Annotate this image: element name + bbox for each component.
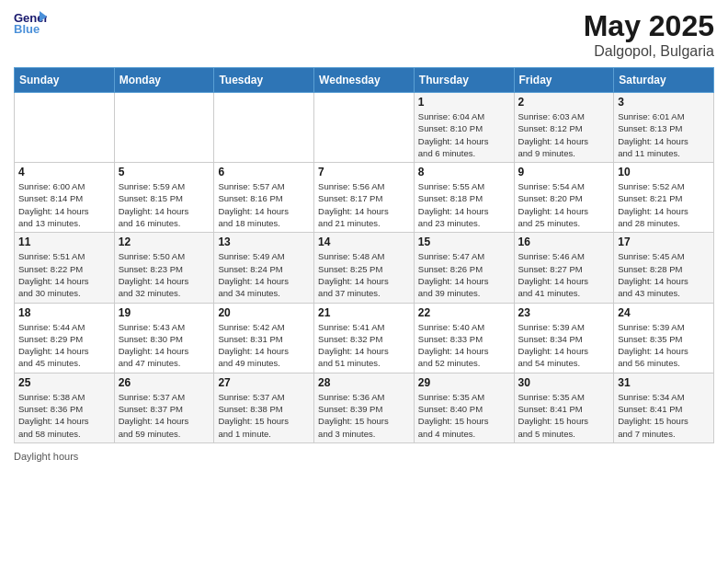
logo: General Blue — [14, 9, 47, 35]
day-info: Sunrise: 5:57 AM Sunset: 8:16 PM Dayligh… — [218, 180, 310, 229]
day-info: Sunrise: 5:41 AM Sunset: 8:32 PM Dayligh… — [318, 321, 410, 370]
day-number: 20 — [218, 306, 310, 319]
calendar-cell: 17Sunrise: 5:45 AM Sunset: 8:28 PM Dayli… — [614, 233, 714, 303]
main-title: May 2025 — [584, 9, 714, 43]
subtitle: Dalgopol, Bulgaria — [584, 43, 714, 60]
page: General Blue May 2025 Dalgopol, Bulgaria… — [0, 0, 728, 563]
calendar-week-row: 18Sunrise: 5:44 AM Sunset: 8:29 PM Dayli… — [15, 303, 714, 373]
header: General Blue May 2025 Dalgopol, Bulgaria — [14, 9, 714, 60]
calendar-cell: 14Sunrise: 5:48 AM Sunset: 8:25 PM Dayli… — [314, 233, 415, 303]
calendar-cell: 30Sunrise: 5:35 AM Sunset: 8:41 PM Dayli… — [514, 373, 614, 442]
day-number: 5 — [119, 166, 210, 178]
calendar-cell: 1Sunrise: 6:04 AM Sunset: 8:10 PM Daylig… — [414, 93, 514, 163]
day-number: 30 — [518, 376, 610, 389]
day-info: Sunrise: 6:01 AM Sunset: 8:13 PM Dayligh… — [618, 110, 710, 159]
calendar-cell — [314, 93, 415, 163]
day-number: 22 — [418, 306, 510, 319]
calendar-cell: 16Sunrise: 5:46 AM Sunset: 8:27 PM Dayli… — [514, 233, 614, 303]
calendar-cell: 19Sunrise: 5:43 AM Sunset: 8:30 PM Dayli… — [114, 303, 214, 373]
calendar-cell: 18Sunrise: 5:44 AM Sunset: 8:29 PM Dayli… — [15, 303, 115, 373]
day-number: 16 — [518, 236, 610, 248]
calendar-cell: 13Sunrise: 5:49 AM Sunset: 8:24 PM Dayli… — [214, 233, 314, 303]
day-info: Sunrise: 5:48 AM Sunset: 8:25 PM Dayligh… — [318, 250, 410, 299]
footer: Daylight hours — [14, 451, 714, 462]
day-info: Sunrise: 5:55 AM Sunset: 8:18 PM Dayligh… — [418, 180, 510, 229]
day-info: Sunrise: 5:39 AM Sunset: 8:35 PM Dayligh… — [618, 321, 710, 370]
calendar-cell: 2Sunrise: 6:03 AM Sunset: 8:12 PM Daylig… — [514, 93, 614, 163]
day-info: Sunrise: 5:45 AM Sunset: 8:28 PM Dayligh… — [618, 250, 710, 299]
day-number: 17 — [618, 236, 710, 248]
day-number: 9 — [518, 166, 610, 178]
day-number: 23 — [518, 306, 610, 319]
day-info: Sunrise: 5:35 AM Sunset: 8:40 PM Dayligh… — [418, 391, 510, 440]
day-info: Sunrise: 5:39 AM Sunset: 8:34 PM Dayligh… — [518, 321, 610, 370]
calendar-cell: 23Sunrise: 5:39 AM Sunset: 8:34 PM Dayli… — [514, 303, 614, 373]
day-info: Sunrise: 6:03 AM Sunset: 8:12 PM Dayligh… — [518, 110, 610, 159]
day-info: Sunrise: 5:34 AM Sunset: 8:41 PM Dayligh… — [618, 391, 710, 440]
calendar-cell: 9Sunrise: 5:54 AM Sunset: 8:20 PM Daylig… — [514, 163, 614, 233]
calendar-cell: 3Sunrise: 6:01 AM Sunset: 8:13 PM Daylig… — [614, 93, 714, 163]
calendar-cell: 29Sunrise: 5:35 AM Sunset: 8:40 PM Dayli… — [414, 373, 514, 442]
day-info: Sunrise: 5:40 AM Sunset: 8:33 PM Dayligh… — [418, 321, 510, 370]
logo-icon: General Blue — [14, 9, 47, 35]
day-number: 29 — [418, 376, 510, 389]
day-info: Sunrise: 5:44 AM Sunset: 8:29 PM Dayligh… — [18, 321, 110, 370]
day-number: 4 — [18, 166, 110, 178]
day-number: 27 — [218, 376, 310, 389]
day-info: Sunrise: 5:38 AM Sunset: 8:36 PM Dayligh… — [18, 391, 110, 440]
day-number: 24 — [618, 306, 710, 319]
day-info: Sunrise: 5:47 AM Sunset: 8:26 PM Dayligh… — [418, 250, 510, 299]
calendar-cell: 6Sunrise: 5:57 AM Sunset: 8:16 PM Daylig… — [214, 163, 314, 233]
day-info: Sunrise: 5:46 AM Sunset: 8:27 PM Dayligh… — [518, 250, 610, 299]
calendar-week-row: 1Sunrise: 6:04 AM Sunset: 8:10 PM Daylig… — [15, 93, 714, 163]
calendar-cell: 8Sunrise: 5:55 AM Sunset: 8:18 PM Daylig… — [414, 163, 514, 233]
calendar-cell: 5Sunrise: 5:59 AM Sunset: 8:15 PM Daylig… — [114, 163, 214, 233]
day-info: Sunrise: 5:35 AM Sunset: 8:41 PM Dayligh… — [518, 391, 610, 440]
day-info: Sunrise: 5:52 AM Sunset: 8:21 PM Dayligh… — [618, 180, 710, 229]
day-info: Sunrise: 6:04 AM Sunset: 8:10 PM Dayligh… — [418, 110, 510, 159]
calendar-cell — [114, 93, 214, 163]
day-info: Sunrise: 5:54 AM Sunset: 8:20 PM Dayligh… — [518, 180, 610, 229]
calendar-cell: 27Sunrise: 5:37 AM Sunset: 8:38 PM Dayli… — [214, 373, 314, 442]
day-number: 25 — [18, 376, 110, 389]
calendar-cell: 24Sunrise: 5:39 AM Sunset: 8:35 PM Dayli… — [614, 303, 714, 373]
svg-text:Blue: Blue — [14, 22, 40, 35]
day-number: 14 — [318, 236, 410, 248]
calendar-cell: 22Sunrise: 5:40 AM Sunset: 8:33 PM Dayli… — [414, 303, 514, 373]
day-number: 31 — [618, 376, 710, 389]
day-info: Sunrise: 5:37 AM Sunset: 8:38 PM Dayligh… — [218, 391, 310, 440]
day-info: Sunrise: 5:59 AM Sunset: 8:15 PM Dayligh… — [119, 180, 210, 229]
col-header-tuesday: Tuesday — [214, 68, 314, 93]
day-info: Sunrise: 5:37 AM Sunset: 8:37 PM Dayligh… — [119, 391, 210, 440]
calendar-cell: 31Sunrise: 5:34 AM Sunset: 8:41 PM Dayli… — [614, 373, 714, 442]
day-number: 1 — [418, 96, 510, 109]
day-number: 15 — [418, 236, 510, 248]
day-number: 8 — [418, 166, 510, 178]
col-header-wednesday: Wednesday — [314, 68, 415, 93]
day-info: Sunrise: 5:36 AM Sunset: 8:39 PM Dayligh… — [318, 391, 410, 440]
calendar-cell: 25Sunrise: 5:38 AM Sunset: 8:36 PM Dayli… — [15, 373, 115, 442]
calendar-week-row: 4Sunrise: 6:00 AM Sunset: 8:14 PM Daylig… — [15, 163, 714, 233]
day-number: 19 — [119, 306, 210, 319]
calendar-cell: 15Sunrise: 5:47 AM Sunset: 8:26 PM Dayli… — [414, 233, 514, 303]
calendar-cell — [15, 93, 115, 163]
day-number: 12 — [119, 236, 210, 248]
col-header-thursday: Thursday — [414, 68, 514, 93]
day-info: Sunrise: 5:49 AM Sunset: 8:24 PM Dayligh… — [218, 250, 310, 299]
calendar-cell: 4Sunrise: 6:00 AM Sunset: 8:14 PM Daylig… — [15, 163, 115, 233]
col-header-saturday: Saturday — [614, 68, 714, 93]
day-number: 13 — [218, 236, 310, 248]
calendar-cell: 20Sunrise: 5:42 AM Sunset: 8:31 PM Dayli… — [214, 303, 314, 373]
daylight-label: Daylight hours — [14, 451, 78, 462]
day-number: 6 — [218, 166, 310, 178]
day-number: 2 — [518, 96, 610, 109]
calendar-cell: 26Sunrise: 5:37 AM Sunset: 8:37 PM Dayli… — [114, 373, 214, 442]
calendar-cell: 11Sunrise: 5:51 AM Sunset: 8:22 PM Dayli… — [15, 233, 115, 303]
day-number: 28 — [318, 376, 410, 389]
calendar-header-row: SundayMondayTuesdayWednesdayThursdayFrid… — [15, 68, 714, 93]
calendar-cell: 7Sunrise: 5:56 AM Sunset: 8:17 PM Daylig… — [314, 163, 415, 233]
calendar-week-row: 25Sunrise: 5:38 AM Sunset: 8:36 PM Dayli… — [15, 373, 714, 442]
calendar-table: SundayMondayTuesdayWednesdayThursdayFrid… — [14, 67, 714, 443]
day-number: 21 — [318, 306, 410, 319]
title-block: May 2025 Dalgopol, Bulgaria — [584, 9, 714, 60]
